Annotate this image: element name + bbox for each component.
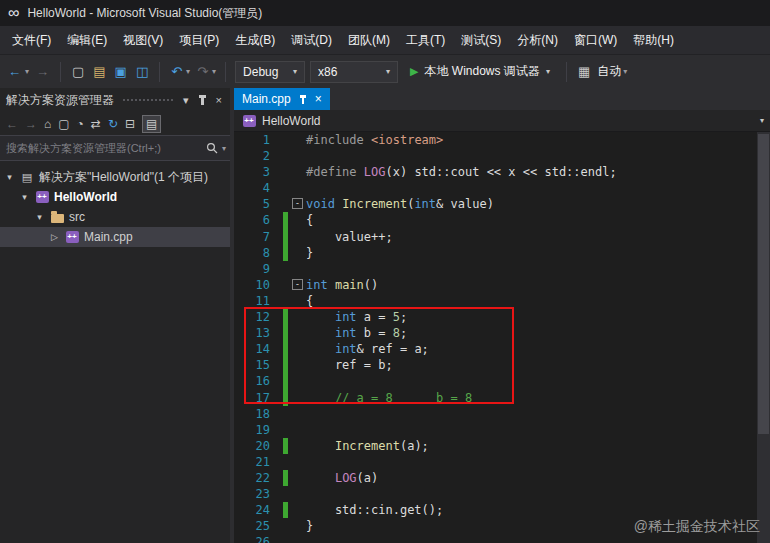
line-number: 26: [234, 534, 282, 543]
save-icon[interactable]: ▣: [113, 63, 129, 80]
solution-search-input[interactable]: [4, 141, 202, 155]
switch-views-icon[interactable]: ▢: [58, 117, 69, 131]
tree-item[interactable]: ▾src: [0, 207, 230, 227]
code-line[interactable]: 8}: [234, 245, 770, 261]
chevron-down-icon: ▾: [293, 67, 297, 76]
chevron-down-icon[interactable]: ▾: [4, 172, 15, 182]
new-window-icon[interactable]: ▢: [70, 63, 86, 80]
code-line[interactable]: 6{: [234, 212, 770, 228]
menu-item[interactable]: 视图(V): [115, 27, 171, 54]
code-line[interactable]: 1#include <iostream>: [234, 132, 770, 148]
back-icon[interactable]: ←: [6, 117, 18, 131]
change-tracking-bar: [282, 309, 290, 325]
search-options-icon[interactable]: ▾: [222, 144, 226, 153]
breadcrumb-project[interactable]: HelloWorld: [262, 114, 320, 128]
code-line[interactable]: 13 int b = 8;: [234, 325, 770, 341]
tree-item[interactable]: ▾▤解决方案"HelloWorld"(1 个项目): [0, 167, 230, 187]
chevron-down-icon[interactable]: ▾: [760, 116, 764, 125]
show-all-files-icon[interactable]: ▤: [142, 115, 161, 133]
menu-item[interactable]: 工具(T): [398, 27, 453, 54]
code-line[interactable]: 10-int main(): [234, 277, 770, 293]
menu-item[interactable]: 帮助(H): [625, 27, 682, 54]
code-line[interactable]: 24 std::cin.get();: [234, 502, 770, 518]
redo-icon[interactable]: ↷: [195, 63, 210, 80]
pin-icon[interactable]: [201, 95, 204, 105]
sync-with-active-document-icon[interactable]: ⇄: [91, 117, 101, 131]
collapse-region-icon[interactable]: -: [292, 279, 303, 290]
code-line[interactable]: 15 ref = b;: [234, 357, 770, 373]
menu-item[interactable]: 团队(M): [340, 27, 398, 54]
fold-margin: [290, 180, 306, 196]
code-line[interactable]: 20 Increment(a);: [234, 438, 770, 454]
close-icon[interactable]: ×: [315, 93, 322, 105]
refresh-icon[interactable]: ↻: [108, 117, 118, 131]
menu-item[interactable]: 测试(S): [453, 27, 509, 54]
pending-changes-filter-icon[interactable]: ◔: [77, 117, 84, 131]
code-editor[interactable]: 1#include <iostream>23#define LOG(x) std…: [234, 132, 770, 543]
code-line[interactable]: 17 // a = 8 b = 8: [234, 390, 770, 406]
tree-item[interactable]: ▷++Main.cpp: [0, 227, 230, 247]
menu-item[interactable]: 生成(B): [227, 27, 283, 54]
search-icon[interactable]: [206, 142, 218, 154]
token-kw: void: [306, 197, 342, 211]
code-line[interactable]: 16: [234, 373, 770, 389]
attach-mode-dropdown[interactable]: 自动 ▾: [597, 63, 627, 80]
save-all-icon[interactable]: ◫: [134, 63, 150, 80]
navigate-forward-icon[interactable]: →: [34, 63, 51, 80]
undo-icon[interactable]: ↶: [169, 63, 184, 80]
change-tracking-bar: [282, 518, 290, 534]
window-menu-icon[interactable]: ▾: [181, 93, 191, 108]
debug-target-icon[interactable]: ▦: [576, 63, 592, 80]
menu-item[interactable]: 编辑(E): [59, 27, 115, 54]
code-line[interactable]: 12 int a = 5;: [234, 309, 770, 325]
code-line[interactable]: 4: [234, 180, 770, 196]
undo-dropdown-icon[interactable]: ▾: [186, 67, 190, 76]
token-pln: [306, 342, 335, 356]
code-line[interactable]: 22 LOG(a): [234, 470, 770, 486]
forward-icon[interactable]: →: [25, 117, 37, 131]
menu-item[interactable]: 窗口(W): [566, 27, 625, 54]
code-line[interactable]: 18: [234, 406, 770, 422]
open-file-icon[interactable]: ▤: [91, 63, 107, 80]
code-line[interactable]: 21: [234, 454, 770, 470]
navigate-back-dropdown-icon[interactable]: ▾: [25, 67, 29, 76]
token-pln: value++;: [306, 230, 393, 244]
code-line[interactable]: 7 value++;: [234, 229, 770, 245]
home-icon[interactable]: ⌂: [44, 117, 51, 131]
tree-item[interactable]: ▾++HelloWorld: [0, 187, 230, 207]
chevron-down-icon[interactable]: ▾: [19, 192, 30, 202]
pin-icon[interactable]: [302, 95, 304, 104]
menu-item[interactable]: 调试(D): [283, 27, 340, 54]
solution-configuration-dropdown[interactable]: Debug ▾: [235, 61, 305, 83]
menu-item[interactable]: 项目(P): [171, 27, 227, 54]
change-tracking-bar: [282, 212, 290, 228]
code-line[interactable]: 14 int& ref = a;: [234, 341, 770, 357]
redo-dropdown-icon[interactable]: ▾: [212, 67, 216, 76]
code-text: ref = b;: [306, 357, 393, 373]
menu-item[interactable]: 文件(F): [4, 27, 59, 54]
chevron-down-icon[interactable]: ▾: [34, 212, 45, 222]
solution-platform-dropdown[interactable]: x86 ▾: [310, 61, 398, 83]
code-line[interactable]: 9: [234, 261, 770, 277]
code-line[interactable]: 2: [234, 148, 770, 164]
collapse-region-icon[interactable]: -: [292, 198, 303, 209]
panel-grip[interactable]: [122, 98, 173, 103]
scrollbar-thumb[interactable]: [758, 134, 769, 434]
collapse-all-icon[interactable]: ⊟: [125, 117, 135, 131]
vertical-scrollbar[interactable]: [757, 132, 770, 543]
code-line[interactable]: 11{: [234, 293, 770, 309]
close-icon[interactable]: ×: [214, 93, 224, 107]
code-line[interactable]: 5-void Increment(int& value): [234, 196, 770, 212]
chevron-right-icon[interactable]: ▷: [49, 232, 60, 242]
platform-value: x86: [318, 65, 337, 79]
code-line[interactable]: 3#define LOG(x) std::cout << x << std::e…: [234, 164, 770, 180]
code-line[interactable]: 19: [234, 422, 770, 438]
tab-main-cpp[interactable]: Main.cpp ×: [234, 88, 330, 110]
navigate-back-icon[interactable]: ←: [6, 63, 23, 80]
token-pln: & ref = a;: [357, 342, 429, 356]
change-tracking-bar: [282, 534, 290, 543]
code-text: void Increment(int& value): [306, 196, 494, 212]
code-line[interactable]: 23: [234, 486, 770, 502]
start-debugging-button[interactable]: ▶ 本地 Windows 调试器 ▾: [403, 60, 557, 84]
menu-item[interactable]: 分析(N): [509, 27, 566, 54]
